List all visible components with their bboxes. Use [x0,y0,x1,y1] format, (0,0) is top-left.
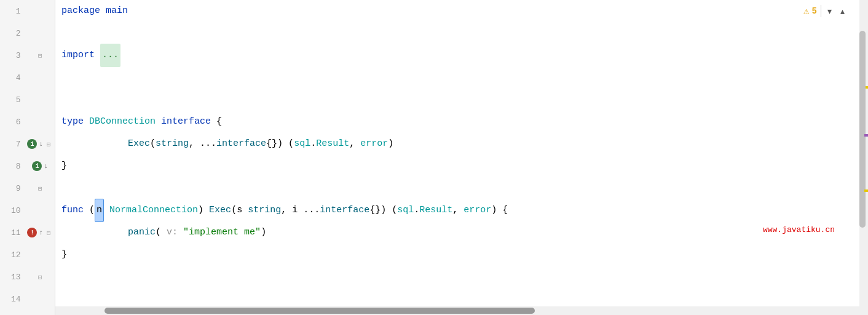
line-gutter: 1 2 3 ⊟ 4 5 6 7 [0,0,55,315]
warning-triangle-icon: ⚠ [803,5,810,17]
gutter-row-14: 14 [0,288,55,310]
line-number-5: 5 [0,95,26,105]
keyword-type: type [61,111,84,133]
code-line-6 [61,89,859,111]
type-result-11: Result [419,199,452,221]
type-interface-8: interface [216,133,266,155]
arrow-down-7: ↓ [39,140,43,148]
param-n: n [95,199,104,222]
line-number-7: 7 [0,140,26,149]
type-result: Result [316,133,349,155]
line-number-14: 14 [0,295,26,304]
keyword-import: import [61,44,95,66]
fold-icon-3[interactable]: ⊟ [36,51,44,60]
gutter-icons-11: ! ↑ ⊟ [26,228,55,237]
import-dots: ... [100,44,120,67]
code-line-12: panic( v: "implement me") www.javatiku.c… [61,221,859,244]
line-number-9: 9 [0,184,26,193]
gutter-row-12: 12 [0,244,55,266]
gutter-row-1: 1 [0,0,55,22]
code-line-9: } [61,155,859,177]
string-implement-me: "implement me" [183,221,261,244]
pkg-sql-11: sql [397,199,414,221]
code-line-11: func (n NormalConnection) Exec(s string,… [61,199,859,221]
ident-normalconnection: NormalConnection [109,199,198,221]
line-number-1: 1 [0,7,26,16]
scrollbar-h-thumb[interactable] [105,308,535,314]
badge-green-7: i [27,139,37,149]
type-error-8: error [360,133,388,155]
scrollbar-horizontal[interactable] [55,306,859,315]
scrollbar-thumb[interactable] [859,31,866,228]
code-line-7: type DBConnection interface { [61,111,859,133]
warning-count: 5 [812,6,817,16]
gutter-icons-8: i ↓ [26,161,55,171]
line-number-6: 6 [0,118,26,127]
gutter-row-9: 9 ⊟ [0,177,55,199]
func-exec-11: Exec [209,199,231,221]
ident-main: main [106,0,128,22]
editor-container: 1 2 3 ⊟ 4 5 6 7 [0,0,868,315]
nav-prev-button[interactable]: ▾ [825,5,834,17]
warning-badge: ⚠ 5 [803,5,817,17]
toolbar-right: ⚠ 5 ▾ ▴ [803,0,847,22]
type-interface-11: interface [320,199,369,221]
line-number-12: 12 [0,250,26,260]
fold-icon-7[interactable]: ⊟ [44,140,53,148]
badge-red-11: ! [27,228,37,237]
gutter-icons-7: i ↓ ⊟ [26,139,55,149]
gutter-icons-9: ⊟ [26,184,55,193]
gutter-row-7: 7 i ↓ ⊟ [0,133,55,155]
ident-dbconnection: DBConnection [89,111,156,133]
gutter-row-10: 10 [0,199,55,221]
arrow-down-8: ↓ [44,162,48,170]
gutter-icons-13: ⊟ [26,273,55,281]
code-line-14 [61,266,859,288]
code-line-13: } [61,244,859,266]
line-number-3: 3 [0,51,26,60]
type-error-11: error [464,199,491,221]
scrollbar-vertical[interactable] [859,0,868,315]
nav-next-button[interactable]: ▴ [838,5,847,17]
code-line-3: import ... [61,44,859,66]
line-number-4: 4 [0,73,26,82]
type-string-11: string [248,199,281,221]
fold-icon-11[interactable]: ⊟ [44,228,53,237]
code-line-1: package main [61,0,859,22]
scrollbar-marker-purple [864,134,868,137]
param-label-v: v: [167,221,178,244]
line-number-8: 8 [0,162,26,171]
fold-icon-9[interactable]: ⊟ [36,184,44,193]
watermark: www.javatiku.cn [763,219,835,241]
keyword-func: func [61,199,84,221]
keyword-interface: interface [161,111,211,133]
gutter-row-6: 6 [0,111,55,133]
code-area: ⚠ 5 ▾ ▴ package main import ... type DBC… [55,0,859,315]
gutter-icons-3: ⊟ [26,51,55,60]
gutter-row-3: 3 ⊟ [0,44,55,66]
gutter-row-4: 4 [0,66,55,89]
code-line-10 [61,177,859,199]
type-string-8: string [156,133,189,155]
gutter-row-5: 5 [0,89,55,111]
gutter-row-8: 8 i ↓ [0,155,55,177]
gutter-row-13: 13 ⊟ [0,266,55,288]
func-exec-8: Exec [128,133,150,155]
line-number-13: 13 [0,273,26,282]
divider [821,5,821,17]
line-number-10: 10 [0,206,26,215]
func-panic: panic [128,221,156,244]
pkg-sql: sql [294,133,310,155]
fold-icon-13[interactable]: ⊟ [36,273,44,281]
code-line-8: Exec(string, ...interface{}) (sql.Result… [61,133,859,155]
badge-green-8: i [32,161,42,171]
line-number-2: 2 [0,29,26,38]
gutter-row-2: 2 [0,22,55,44]
keyword-package: package [61,0,100,22]
line-number-11: 11 [0,228,26,237]
scrollbar-marker-yellow-bottom [864,189,868,192]
code-line-4 [61,66,859,89]
arrow-up-11: ↑ [39,229,43,236]
code-line-2 [61,22,859,44]
gutter-row-11: 11 ! ↑ ⊟ [0,221,55,244]
